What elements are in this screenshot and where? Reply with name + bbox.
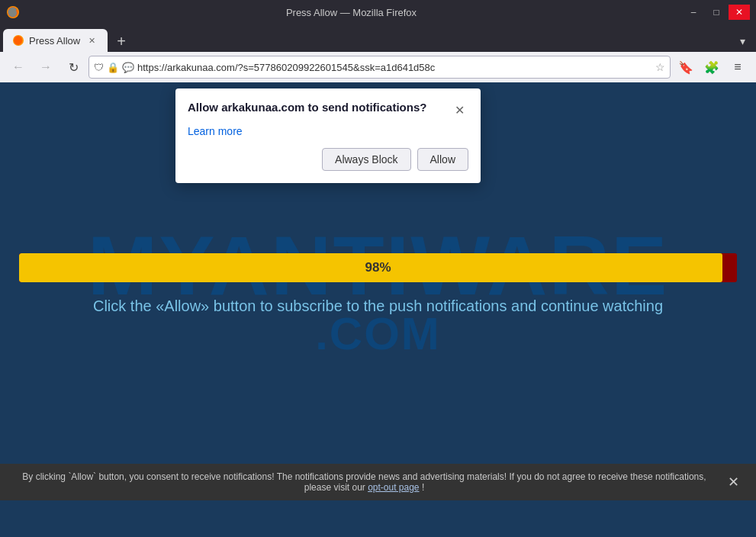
- title-bar: Press Allow — Mozilla Firefox – □ ✕: [0, 0, 756, 24]
- title-bar-title: Press Allow — Mozilla Firefox: [20, 7, 683, 18]
- browser-chrome: Press Allow — Mozilla Firefox – □ ✕ Pres…: [0, 0, 756, 82]
- reload-button[interactable]: ↻: [61, 55, 85, 79]
- progress-text: 98%: [19, 253, 737, 282]
- bottom-bar-close-button[interactable]: ✕: [722, 471, 744, 493]
- popup-close-button[interactable]: ✕: [450, 101, 468, 119]
- toolbar-right: 🔖 🧩 ≡: [674, 55, 750, 79]
- learn-more-link[interactable]: Learn more: [188, 125, 468, 137]
- allow-button[interactable]: Allow: [417, 148, 468, 171]
- window-controls: – □ ✕: [683, 5, 750, 20]
- bottom-bar-text-end: !: [422, 482, 424, 493]
- tab-list-icon[interactable]: ▾: [732, 31, 753, 52]
- tab-label: Press Allow: [29, 35, 80, 47]
- always-block-button[interactable]: Always Block: [322, 148, 410, 171]
- popup-buttons: Always Block Allow: [188, 148, 468, 171]
- overflow-button[interactable]: ≡: [725, 55, 750, 79]
- watermark-line2: .COM: [315, 307, 441, 360]
- tab-bar: Press Allow ✕ + ▾: [0, 24, 756, 52]
- tab-close-button[interactable]: ✕: [85, 34, 98, 47]
- extensions-button[interactable]: 🧩: [700, 55, 724, 79]
- new-tab-button[interactable]: +: [111, 31, 132, 52]
- title-bar-left: [6, 5, 20, 19]
- close-window-button[interactable]: ✕: [729, 5, 750, 20]
- bottom-bar-text: By clicking `Allow` button, you consent …: [12, 471, 716, 493]
- popup-title: Allow arkakunaa.com to send notification…: [188, 101, 450, 114]
- notification-icon: 💬: [122, 62, 134, 73]
- lock-icon: 🔒: [107, 62, 119, 73]
- address-input[interactable]: [137, 62, 652, 73]
- notification-popup: Allow arkakunaa.com to send notification…: [175, 88, 481, 183]
- progress-bar-wrapper: 98%: [19, 253, 737, 282]
- bottom-bar-text-before: By clicking `Allow` button, you consent …: [22, 471, 706, 493]
- tab-favicon-icon: [12, 34, 24, 47]
- toolbar: ← → ↻ 🛡 🔒 💬 ☆ 🔖 🧩 ≡: [0, 52, 756, 82]
- opt-out-link[interactable]: opt-out page: [368, 482, 419, 493]
- page-content: MYANTIWARE .COM 98% Click the «Allow» bu…: [0, 82, 756, 500]
- bookmark-star-icon[interactable]: ☆: [655, 61, 665, 73]
- active-tab[interactable]: Press Allow ✕: [3, 29, 108, 52]
- maximize-button[interactable]: □: [706, 5, 727, 20]
- back-button[interactable]: ←: [6, 55, 31, 79]
- bottom-bar: By clicking `Allow` button, you consent …: [0, 464, 756, 500]
- popup-header: Allow arkakunaa.com to send notification…: [188, 101, 468, 119]
- firefox-logo-icon: [6, 5, 20, 19]
- address-bar: 🛡 🔒 💬 ☆: [88, 56, 671, 79]
- shield-icon: 🛡: [94, 62, 104, 73]
- forward-button[interactable]: →: [34, 55, 58, 79]
- cta-text: Click the «Allow» button to subscribe to…: [93, 297, 663, 315]
- pocket-button[interactable]: 🔖: [674, 55, 698, 79]
- progress-section: 98% Click the «Allow» button to subscrib…: [19, 253, 737, 315]
- minimize-button[interactable]: –: [683, 5, 704, 20]
